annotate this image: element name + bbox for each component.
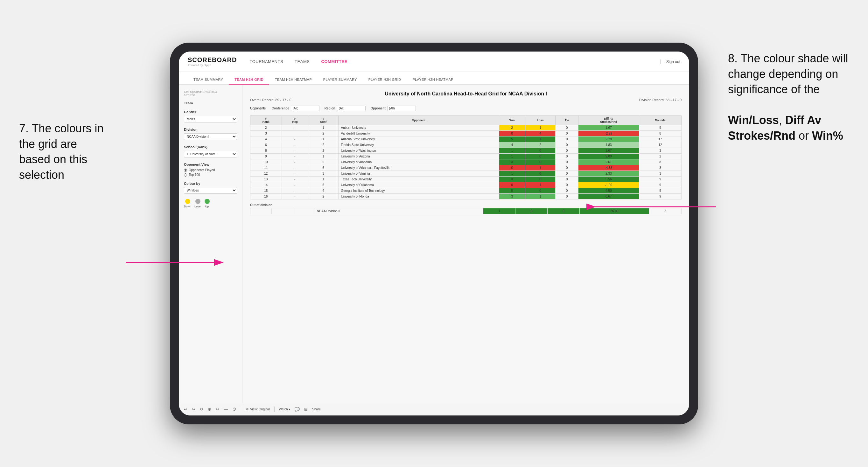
cell-team: University of Washington: [338, 148, 499, 154]
table-row: 15 - 4 Georgia Institute of Technology 5…: [250, 188, 682, 194]
cell-conf: 1: [308, 136, 338, 142]
cell-team: Vanderbilt University: [338, 131, 499, 136]
opponent-select[interactable]: (All): [387, 105, 416, 111]
cell-tie: 0: [556, 188, 578, 194]
cell-win: 0: [499, 131, 525, 136]
view-label: View: Original: [250, 407, 270, 411]
division-select[interactable]: NCAA Division I: [184, 133, 237, 140]
cell-rank: 12: [250, 171, 282, 177]
cell-diff: 2.28: [578, 136, 639, 142]
left-panel: Last Updated: 27/03/2024 16:55:38 Team G…: [179, 85, 243, 403]
nav-links: TOURNAMENTS TEAMS COMMITTEE: [249, 59, 660, 64]
cell-tie: 0: [556, 159, 578, 165]
cell-tie: 0: [556, 148, 578, 154]
cell-rank: 13: [250, 177, 282, 182]
cell-win: 3: [499, 177, 525, 182]
cell-conf: 6: [308, 165, 338, 171]
cell-diff: -2.29: [578, 131, 639, 136]
cell-team: University of Alabama: [338, 159, 499, 165]
cell-loss: 1: [525, 165, 556, 171]
cell-reg: -: [282, 165, 308, 171]
table-row: 6 - 2 Florida State University 4 2 0 1.8…: [250, 142, 682, 148]
sign-out-link[interactable]: Sign out: [660, 60, 680, 64]
radio-top100[interactable]: Top 100: [184, 173, 237, 177]
tab-player-h2h-grid[interactable]: PLAYER H2H GRID: [363, 75, 407, 85]
grid-icon[interactable]: ⊞: [304, 407, 308, 412]
tab-player-h2h-heatmap[interactable]: PLAYER H2H HEATMAP: [407, 75, 459, 85]
share-btn[interactable]: Share: [312, 407, 321, 411]
school-select[interactable]: 1. University of Nort...: [184, 151, 237, 157]
tab-team-h2h-grid[interactable]: TEAM H2H GRID: [229, 75, 269, 85]
refresh-icon[interactable]: ↻: [200, 407, 203, 412]
toolbar-sep2: [274, 407, 275, 412]
cell-diff: -4.33: [578, 165, 639, 171]
colour-by-section: Colour by Win/loss: [184, 182, 237, 194]
cell-conf: 1: [308, 125, 338, 131]
cell-reg: -: [282, 188, 308, 194]
undo-icon[interactable]: ↩: [184, 407, 187, 412]
radio-dot-opponents: [184, 168, 187, 172]
cell-tie: 0: [556, 165, 578, 171]
cell-rounds: 3: [639, 148, 681, 154]
cell-loss: 1: [525, 125, 556, 131]
legend-down: Down: [184, 199, 191, 208]
toolbar-sep: [241, 407, 241, 412]
table-row: 11 - 6 University of Arkansas, Fayettevi…: [250, 165, 682, 171]
logo-title: SCOREBOARD: [188, 56, 237, 64]
gender-select[interactable]: Men's: [184, 116, 237, 122]
watch-label: Watch ▾: [279, 407, 290, 411]
tab-player-summary[interactable]: PLAYER SUMMARY: [317, 75, 363, 85]
cell-diff: 2.61: [578, 159, 639, 165]
cell-team: Florida State University: [338, 142, 499, 148]
ood-diff: 26.00: [580, 208, 649, 214]
ood-rank: [250, 208, 272, 214]
cell-conf: 5: [308, 159, 338, 165]
nav-tournaments[interactable]: TOURNAMENTS: [249, 59, 283, 64]
cell-team: University of Virginia: [338, 171, 499, 177]
watch-btn[interactable]: Watch ▾: [279, 407, 290, 411]
annotation-right: 8. The colour shade will change dependin…: [728, 51, 849, 144]
cell-conf: 2: [308, 142, 338, 148]
division-label: Division: [184, 128, 237, 131]
view-original-btn[interactable]: 👁 View: Original: [246, 407, 270, 411]
region-select[interactable]: (All): [337, 105, 366, 111]
cell-rounds: 8: [639, 159, 681, 165]
out-of-division-label: Out of division: [250, 203, 682, 207]
cell-reg: -: [282, 154, 308, 159]
conference-select[interactable]: (All): [291, 105, 319, 111]
col-loss: Loss: [525, 116, 556, 125]
cell-team: Georgia Institute of Technology: [338, 188, 499, 194]
tablet-screen: SCOREBOARD Powered by clippd TOURNAMENTS…: [179, 52, 689, 415]
colour-by-select[interactable]: Win/loss: [184, 187, 237, 194]
cell-rounds: 3: [639, 171, 681, 177]
filters-row: Opponents: Conference (All) Region (All): [250, 105, 682, 111]
cell-diff: -1.00: [578, 182, 639, 188]
cell-diff: 1.67: [578, 125, 639, 131]
tab-team-h2h-heatmap[interactable]: TEAM H2H HEATMAP: [269, 75, 317, 85]
nav-committee[interactable]: COMMITTEE: [321, 59, 347, 64]
filter-region: Region (All): [324, 105, 366, 111]
opponent-view-section: Opponent View Opponents Played Top 100: [184, 162, 237, 177]
cell-conf: 3: [308, 171, 338, 177]
timer-icon[interactable]: ⏱: [232, 407, 237, 412]
dash-icon[interactable]: —: [224, 407, 228, 412]
division-record: Division Record: 88 - 17 - 0: [639, 98, 682, 102]
cut-icon[interactable]: ✂: [216, 407, 219, 412]
radio-opponents-played[interactable]: Opponents Played: [184, 168, 237, 172]
cell-diff: 1.83: [578, 142, 639, 148]
tab-team-summary[interactable]: TEAM SUMMARY: [188, 75, 229, 85]
cell-loss: 4: [525, 131, 556, 136]
cell-loss: 0: [525, 188, 556, 194]
cell-rounds: 9: [639, 182, 681, 188]
cell-loss: 1: [525, 182, 556, 188]
cell-conf: 2: [308, 148, 338, 154]
right-content: University of North Carolina Head-to-Hea…: [243, 85, 689, 403]
cell-tie: 0: [556, 194, 578, 199]
add-icon[interactable]: ⊕: [208, 407, 211, 412]
opponent-label: Opponent: [371, 106, 385, 110]
nav-teams[interactable]: TEAMS: [294, 59, 310, 64]
redo-icon[interactable]: ↪: [192, 407, 195, 412]
cell-conf: 2: [308, 131, 338, 136]
h2h-table: #Rank #Reg #Conf Opponent Win Loss Tie D…: [250, 116, 682, 199]
comment-icon[interactable]: 💬: [294, 407, 300, 412]
